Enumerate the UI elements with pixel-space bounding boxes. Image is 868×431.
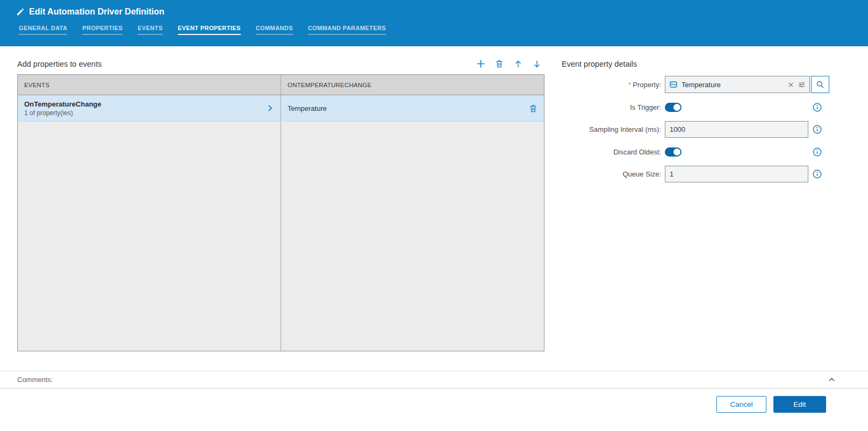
info-icon[interactable]: [813, 103, 822, 112]
queue-size-row: Queue Size:: [562, 166, 830, 182]
filter-icon[interactable]: [798, 81, 806, 89]
discard-oldest-toggle[interactable]: [665, 147, 682, 157]
comments-label: Comments:: [17, 376, 53, 384]
details-form: *Property: Temperature: [562, 76, 830, 182]
property-search-button[interactable]: [811, 76, 829, 93]
property-name: Temperature: [288, 104, 327, 112]
pencil-icon: [16, 8, 24, 16]
move-down-button[interactable]: [532, 59, 542, 69]
tab-general-data[interactable]: GENERAL DATA: [19, 25, 67, 35]
page-title: Edit Automation Driver Definition: [29, 7, 164, 17]
event-cell[interactable]: OnTemperatureChange 1 of property(ies): [18, 95, 281, 121]
footer-actions: Cancel Edit: [716, 396, 826, 413]
header: Edit Automation Driver Definition GENERA…: [0, 0, 868, 46]
sampling-interval-input[interactable]: [665, 121, 808, 138]
property-value: Temperature: [682, 81, 784, 89]
discard-oldest-row: Discard Oldest:: [562, 147, 830, 157]
event-text: OnTemperatureChange 1 of property(ies): [24, 100, 102, 117]
is-trigger-row: Is Trigger:: [562, 102, 830, 112]
tab-events[interactable]: EVENTS: [138, 25, 162, 35]
grid-header-row: EVENTS ONTEMPERATURECHANGE: [18, 75, 544, 95]
property-label: *Property:: [562, 81, 665, 89]
delete-property-button[interactable]: [529, 104, 537, 113]
is-trigger-label: Is Trigger:: [562, 103, 665, 111]
events-grid: EVENTS ONTEMPERATURECHANGE OnTemperature…: [17, 74, 544, 351]
event-name: OnTemperatureChange: [24, 100, 102, 108]
trash-icon: [529, 104, 537, 113]
info-icon[interactable]: [813, 125, 822, 134]
tab-bar: GENERAL DATA PROPERTIES EVENTS EVENT PRO…: [0, 25, 868, 35]
move-up-button[interactable]: [513, 59, 523, 69]
clear-icon[interactable]: [788, 82, 794, 88]
add-icon: [476, 59, 485, 68]
edit-button[interactable]: Edit: [773, 396, 826, 413]
tab-command-parameters[interactable]: COMMAND PARAMETERS: [308, 25, 386, 35]
title-row: Edit Automation Driver Definition: [0, 0, 868, 17]
tab-commands[interactable]: COMMANDS: [256, 25, 293, 35]
comments-section-header[interactable]: Comments:: [0, 371, 868, 388]
info-icon[interactable]: [813, 147, 822, 157]
add-button[interactable]: [475, 59, 486, 69]
cancel-button[interactable]: Cancel: [716, 396, 766, 413]
column-header-ontemperaturechange: ONTEMPERATURECHANGE: [281, 75, 544, 95]
edit-automation-driver-definition-page: Edit Automation Driver Definition GENERA…: [0, 0, 868, 431]
details-panel-title: Event property details: [562, 53, 830, 74]
column-header-events: EVENTS: [18, 75, 281, 95]
events-panel-title: Add properties to events: [17, 60, 102, 68]
queue-size-input[interactable]: [665, 166, 808, 182]
grid-empty-left: [18, 122, 281, 351]
search-icon: [816, 80, 824, 89]
collapse-icon[interactable]: [828, 376, 836, 384]
delete-button[interactable]: [494, 59, 505, 69]
property-lookup-field[interactable]: Temperature: [665, 76, 810, 93]
is-trigger-toggle[interactable]: [665, 103, 682, 112]
event-property-count: 1 of property(ies): [24, 109, 102, 117]
queue-size-label: Queue Size:: [562, 170, 665, 178]
chevron-right-icon[interactable]: [266, 104, 274, 112]
table-row[interactable]: OnTemperatureChange 1 of property(ies) T…: [18, 95, 544, 122]
event-property-details-panel: Event property details *Property: Temper…: [562, 53, 830, 182]
required-marker: *: [628, 81, 631, 89]
tab-properties[interactable]: PROPERTIES: [82, 25, 123, 35]
grid-empty-right: [281, 122, 544, 351]
move-up-icon: [514, 60, 522, 68]
events-panel: Add properties to events: [17, 53, 544, 351]
property-cell[interactable]: Temperature: [281, 95, 544, 121]
property-row: *Property: Temperature: [562, 76, 830, 93]
move-down-icon: [533, 60, 541, 68]
trash-icon: [495, 59, 504, 68]
grid-empty-area: [18, 122, 544, 351]
events-panel-head: Add properties to events: [17, 53, 544, 74]
tab-event-properties[interactable]: EVENT PROPERTIES: [178, 25, 241, 35]
property-type-icon: [669, 80, 678, 89]
sampling-interval-label: Sampling Interval (ms):: [562, 125, 665, 133]
info-icon[interactable]: [813, 169, 822, 179]
discard-oldest-label: Discard Oldest:: [562, 148, 665, 156]
sampling-interval-row: Sampling Interval (ms):: [562, 121, 830, 138]
grid-toolbar: [475, 59, 544, 69]
